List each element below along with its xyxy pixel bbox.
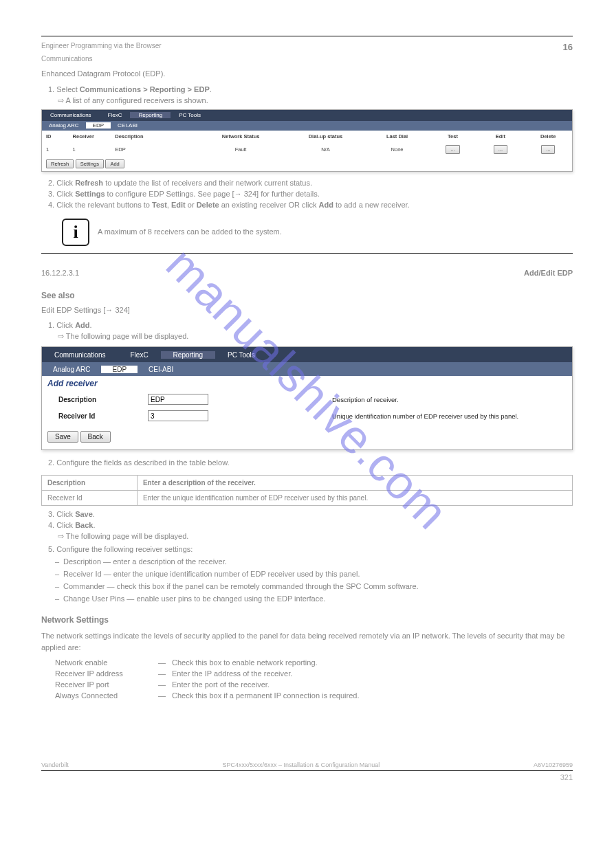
nav-secondary: Analog ARC EDP CEI-ABI (42, 121, 572, 131)
network-settings-heading: Network Settings (41, 615, 573, 625)
see-also-item: Edit EDP Settings [→ 324] (41, 304, 573, 316)
tab-edp[interactable]: EDP (86, 122, 111, 129)
add-button[interactable]: Add (105, 159, 124, 168)
list-item: Change User Pins — enable user pins to b… (63, 594, 573, 603)
see-also-heading: See also (41, 291, 573, 300)
step-1: 1. Select Communications > Reporting > E… (48, 85, 573, 93)
tab-analog-arc[interactable]: Analog ARC (42, 122, 86, 129)
form-title: Add receiver (42, 376, 572, 391)
step-add-3: 3. Click Save. (48, 510, 573, 518)
nav2-communications[interactable]: Communications (42, 351, 118, 359)
footer-left: Vanderbilt (41, 761, 69, 768)
field-description-table: Description Enter a description of the r… (41, 475, 573, 506)
delete-button[interactable]: ... (541, 145, 555, 154)
description-help: Description of receiver. (332, 396, 399, 403)
step-add-4-result: ⇨ The following page will be displayed. (58, 532, 573, 541)
intro-text: Enhanced Datagram Protocol (EDP). (41, 68, 573, 80)
network-levels: Network enable—Check this box to enable … (55, 658, 573, 700)
info-icon: i (62, 219, 89, 246)
info-text: A maximum of 8 receivers can be added to… (98, 227, 573, 237)
step-add-2: 2. Configure the fields as described in … (48, 458, 573, 467)
nav-item-reporting[interactable]: Reporting (130, 112, 171, 118)
header-left: Engineer Programming via the Browser (41, 42, 162, 52)
header-sub: Communications (41, 55, 573, 63)
footer-right: A6V10276959 (534, 761, 573, 768)
network-settings-text: The network settings indicate the levels… (41, 630, 573, 653)
bullet-list: –Description — enter a description of th… (55, 557, 573, 603)
nav-item-flexc[interactable]: FlexC (100, 112, 131, 118)
tab2-analog-arc[interactable]: Analog ARC (42, 366, 101, 373)
footer-mid: SPC4xxx/5xxx/6xxx – Installation & Confi… (223, 761, 380, 768)
step-1-result: ⇨ A list of any configured receivers is … (58, 96, 573, 105)
tab2-cei-abi[interactable]: CEI-ABI (138, 366, 184, 373)
description-label: Description (58, 396, 148, 403)
step-add-1-result: ⇨ The following page will be displayed. (58, 332, 573, 341)
settings-button[interactable]: Settings (76, 159, 104, 168)
receiver-id-help: Unique identification number of EDP rece… (332, 412, 518, 420)
list-item: Commander — check this box if the panel … (63, 582, 573, 590)
nav-secondary-2: Analog ARC EDP CEI-ABI (42, 362, 572, 376)
table-row: 1 1 EDP Fault N/A None ... ... ... (42, 142, 572, 157)
tab-cei-abi[interactable]: CEI-ABI (111, 122, 144, 129)
step-add-1: 1. Click Add. (48, 321, 573, 329)
nav-primary-2: Communications FlexC Reporting PC Tools (42, 347, 572, 362)
edit-button[interactable]: ... (494, 145, 507, 154)
nav2-reporting[interactable]: Reporting (161, 351, 215, 359)
step-add-4: 4. Click Back. (48, 521, 573, 529)
nav-item-communications[interactable]: Communications (42, 112, 100, 118)
list-item: Receiver Id — enter the unique identific… (63, 570, 573, 578)
screenshot-receiver-list: Communications FlexC Reporting PC Tools … (41, 109, 573, 172)
receiver-table: ID Receiver Description Network Status D… (42, 131, 572, 157)
step-conf-5: 5. Configure the following receiver sett… (48, 545, 573, 553)
refresh-button[interactable]: Refresh (46, 159, 74, 168)
save-button[interactable]: Save (47, 431, 78, 443)
description-input[interactable] (148, 394, 208, 405)
receiver-id-input[interactable] (148, 410, 208, 421)
subsection-number: 16.12.2.3.1 (41, 269, 79, 277)
step-3: 3. Click Settings to configure EDP Setti… (48, 190, 573, 198)
list-item: Description — enter a description of the… (63, 557, 573, 566)
nav2-pctools[interactable]: PC Tools (215, 351, 267, 359)
nav-item-pctools[interactable]: PC Tools (171, 112, 209, 118)
step-4: 4. Click the relevant buttons to Test, E… (48, 201, 573, 209)
footer: Vanderbilt SPC4xxx/5xxx/6xxx – Installat… (41, 761, 573, 771)
tab2-edp[interactable]: EDP (101, 366, 138, 373)
step-2: 2. Click Refresh to update the list of r… (48, 179, 573, 187)
test-button[interactable]: ... (446, 145, 459, 154)
nav2-flexc[interactable]: FlexC (118, 351, 160, 359)
back-button[interactable]: Back (80, 431, 111, 443)
nav-primary: Communications FlexC Reporting PC Tools (42, 110, 572, 121)
screenshot-add-receiver: Communications FlexC Reporting PC Tools … (41, 346, 573, 450)
subsection-title: Add/Edit EDP (524, 269, 573, 277)
page-number: 321 (41, 773, 573, 781)
header-chapter: 16 (563, 42, 573, 52)
receiver-id-label: Receiver Id (58, 412, 148, 420)
